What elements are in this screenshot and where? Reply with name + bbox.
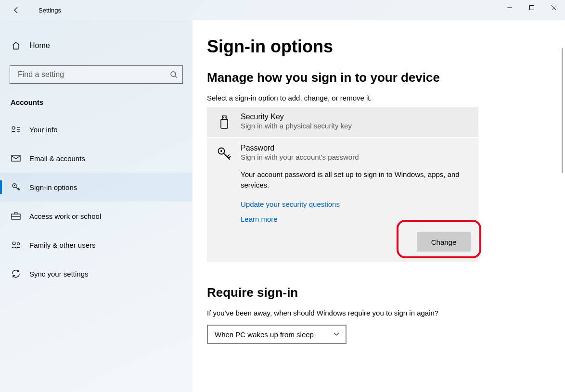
sync-icon xyxy=(11,269,21,278)
require-heading: Require sign-in xyxy=(207,285,546,300)
briefcase-icon xyxy=(11,212,21,220)
back-button[interactable] xyxy=(6,0,26,20)
key-icon xyxy=(216,145,233,163)
chevron-down-icon xyxy=(333,332,340,337)
section-label: Accounts xyxy=(0,92,193,115)
scrollbar-thumb[interactable] xyxy=(562,48,563,173)
option-body: Your account password is all set up to s… xyxy=(241,169,471,190)
option-desc: Sign in with your account's password xyxy=(241,153,471,161)
svg-rect-8 xyxy=(12,155,20,161)
svg-line-3 xyxy=(175,76,177,78)
scrollbar[interactable] xyxy=(558,20,564,392)
option-title: Password xyxy=(241,144,471,152)
nav-your-info[interactable]: Your info xyxy=(0,115,193,144)
svg-point-20 xyxy=(220,150,222,152)
nav-label: Email & accounts xyxy=(29,154,85,163)
nav-label: Your info xyxy=(29,126,58,134)
nav-family-users[interactable]: Family & other users xyxy=(0,230,193,259)
home-label: Home xyxy=(29,41,50,50)
nav-email-accounts[interactable]: Email & accounts xyxy=(0,144,193,173)
home-icon xyxy=(11,41,21,50)
option-title: Security Key xyxy=(241,113,471,121)
instruction-text: Select a sign-in option to add, change, … xyxy=(207,94,546,102)
require-signin-dropdown[interactable]: When PC wakes up from sleep xyxy=(207,325,347,344)
minimize-button[interactable] xyxy=(499,0,521,15)
search-input[interactable] xyxy=(17,70,170,79)
person-card-icon xyxy=(11,126,21,133)
update-security-questions-link[interactable]: Update your security questions xyxy=(241,199,471,210)
svg-point-2 xyxy=(171,72,176,76)
titlebar: Settings xyxy=(0,0,565,20)
option-desc: Sign in with a physical security key xyxy=(241,122,471,130)
svg-point-10 xyxy=(14,185,15,187)
svg-point-4 xyxy=(12,126,15,129)
svg-rect-16 xyxy=(221,119,228,128)
option-password[interactable]: Password Sign in with your account's pas… xyxy=(207,138,478,262)
nav-label: Access work or school xyxy=(29,212,101,220)
require-question: If you've been away, when should Windows… xyxy=(207,309,546,317)
svg-point-14 xyxy=(17,243,20,245)
settings-window: Settings Home xyxy=(0,0,565,392)
home-nav[interactable]: Home xyxy=(0,35,193,57)
nav-sign-in-options[interactable]: Sign-in options xyxy=(0,173,193,202)
search-icon xyxy=(170,71,178,78)
maximize-button[interactable] xyxy=(521,0,543,15)
svg-rect-1 xyxy=(530,6,534,10)
nav-label: Sign-in options xyxy=(29,183,77,191)
search-box[interactable] xyxy=(10,65,183,84)
dropdown-selected: When PC wakes up from sleep xyxy=(215,330,314,339)
nav-sync-settings[interactable]: Sync your settings xyxy=(0,259,193,288)
close-button[interactable] xyxy=(543,0,565,15)
window-title: Settings xyxy=(39,7,61,14)
nav-access-work-school[interactable]: Access work or school xyxy=(0,202,193,230)
svg-point-13 xyxy=(13,242,15,245)
sidebar: Home Accounts Your info xyxy=(0,20,193,392)
nav-label: Sync your settings xyxy=(29,270,89,278)
learn-more-link[interactable]: Learn more xyxy=(241,214,471,225)
svg-rect-15 xyxy=(222,116,226,119)
nav-label: Family & other users xyxy=(29,241,96,249)
mail-icon xyxy=(11,155,21,162)
option-security-key[interactable]: Security Key Sign in with a physical sec… xyxy=(207,107,478,137)
people-icon xyxy=(11,241,21,249)
page-title: Sign-in options xyxy=(207,37,546,57)
change-button[interactable]: Change xyxy=(417,232,471,252)
section-heading: Manage how you sign in to your device xyxy=(207,70,546,85)
window-controls xyxy=(499,0,565,15)
usb-key-icon xyxy=(216,114,233,131)
main-content: Sign-in options Manage how you sign in t… xyxy=(193,20,565,392)
key-icon xyxy=(11,182,21,192)
